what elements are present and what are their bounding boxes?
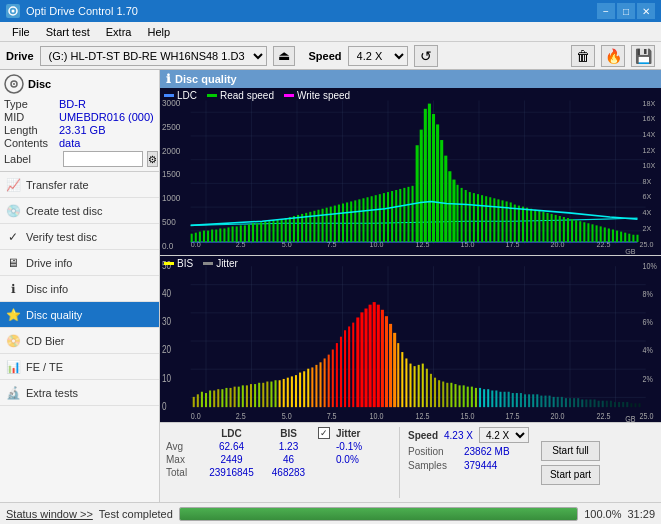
jitter-label: Jitter — [216, 258, 238, 269]
transfer-rate-icon: 📈 — [6, 178, 20, 192]
jitter-checkbox[interactable]: ✓ — [318, 427, 330, 439]
menu-help[interactable]: Help — [139, 25, 178, 39]
svg-rect-138 — [612, 230, 614, 242]
menu-file[interactable]: File — [4, 25, 38, 39]
svg-rect-264 — [577, 398, 579, 407]
maximize-button[interactable]: □ — [617, 3, 635, 19]
svg-rect-50 — [252, 223, 254, 242]
svg-text:10.0: 10.0 — [370, 410, 384, 420]
svg-rect-133 — [591, 224, 593, 242]
svg-rect-216 — [381, 309, 384, 406]
svg-rect-253 — [532, 394, 534, 407]
svg-rect-224 — [414, 366, 416, 407]
sidebar-item-create-test-disc[interactable]: 💿 Create test disc — [0, 198, 159, 224]
svg-rect-243 — [491, 390, 493, 407]
label-input[interactable] — [63, 151, 143, 167]
svg-rect-274 — [618, 402, 620, 407]
erase-button[interactable]: 🗑 — [571, 45, 595, 67]
menu-start-test[interactable]: Start test — [38, 25, 98, 39]
svg-rect-221 — [401, 352, 403, 407]
svg-rect-137 — [608, 228, 610, 242]
minimize-button[interactable]: − — [597, 3, 615, 19]
svg-rect-212 — [364, 308, 367, 407]
disc-length-row: Length 23.31 GB — [4, 124, 155, 136]
svg-text:22.5: 22.5 — [597, 410, 611, 420]
top-chart-svg: 0.0 500 1000 1500 2000 2500 3000 18X 16X… — [160, 88, 661, 255]
sidebar-item-disc-quality[interactable]: ⭐ Disc quality — [0, 302, 159, 328]
label-button[interactable]: ⚙ — [147, 151, 158, 167]
svg-text:8X: 8X — [643, 177, 652, 186]
progress-bar-background — [179, 507, 578, 521]
svg-rect-123 — [551, 214, 553, 242]
speed-row: Speed 4.23 X 4.2 X — [408, 427, 529, 443]
titlebar-controls: − □ ✕ — [597, 3, 655, 19]
status-window-button[interactable]: Status window >> — [6, 508, 93, 520]
chart-title-bar: ℹ Disc quality — [160, 70, 661, 88]
burn-button[interactable]: 🔥 — [601, 45, 625, 67]
svg-rect-208 — [348, 326, 350, 407]
total-label: Total — [166, 467, 202, 478]
sidebar-item-verify-test-disc[interactable]: ✓ Verify test disc — [0, 224, 159, 250]
bis-color — [164, 262, 174, 265]
svg-text:12X: 12X — [643, 145, 656, 154]
sidebar-item-transfer-rate[interactable]: 📈 Transfer rate — [0, 172, 159, 198]
svg-text:12.5: 12.5 — [416, 410, 430, 420]
svg-rect-85 — [395, 190, 397, 242]
svg-rect-78 — [367, 197, 369, 242]
start-part-button[interactable]: Start part — [541, 465, 600, 485]
svg-rect-106 — [481, 195, 483, 242]
sidebar-item-extra-tests[interactable]: 🔬 Extra tests — [0, 380, 159, 406]
read-speed-label: Read speed — [220, 90, 274, 101]
save-button[interactable]: 💾 — [631, 45, 655, 67]
svg-rect-246 — [504, 391, 506, 406]
svg-rect-58 — [285, 218, 287, 242]
disc-label-label: Label — [4, 153, 59, 165]
right-stats: Speed 4.23 X 4.2 X Position 23862 MB Sam… — [408, 427, 529, 498]
svg-text:0.0: 0.0 — [162, 242, 174, 251]
position-row: Position 23862 MB — [408, 446, 529, 457]
svg-rect-80 — [375, 195, 377, 242]
svg-rect-132 — [587, 223, 589, 242]
eject-button[interactable]: ⏏ — [273, 46, 295, 66]
svg-text:17.5: 17.5 — [506, 410, 520, 420]
sidebar-item-drive-info[interactable]: 🖥 Drive info — [0, 250, 159, 276]
start-full-button[interactable]: Start full — [541, 441, 600, 461]
close-button[interactable]: ✕ — [637, 3, 655, 19]
speed-select[interactable]: 4.2 X — [348, 46, 408, 66]
svg-rect-276 — [626, 402, 628, 407]
svg-rect-217 — [385, 316, 388, 407]
svg-rect-238 — [471, 386, 473, 406]
sidebar-item-fe-te[interactable]: 📊 FE / TE — [0, 354, 159, 380]
menu-extra[interactable]: Extra — [98, 25, 140, 39]
svg-text:4%: 4% — [643, 345, 653, 355]
svg-rect-270 — [602, 400, 604, 406]
svg-rect-97 — [444, 156, 447, 242]
cd-bier-icon: 📀 — [6, 334, 20, 348]
svg-rect-266 — [585, 399, 587, 407]
svg-rect-57 — [281, 219, 283, 242]
svg-rect-74 — [350, 201, 352, 242]
svg-rect-245 — [499, 391, 501, 406]
svg-rect-226 — [422, 363, 424, 407]
refresh-button[interactable]: ↺ — [414, 45, 438, 67]
main-area: Disc Type BD-R MID UMEBDR016 (000) Lengt… — [0, 70, 661, 502]
svg-text:25.0: 25.0 — [640, 240, 654, 249]
svg-rect-241 — [483, 389, 485, 407]
svg-rect-183 — [246, 385, 248, 407]
svg-rect-120 — [538, 211, 540, 242]
svg-rect-69 — [330, 207, 332, 242]
svg-rect-173 — [205, 393, 207, 407]
speed-select-stats[interactable]: 4.2 X — [479, 427, 529, 443]
status-percentage: 100.0% — [584, 508, 621, 520]
svg-rect-141 — [624, 233, 626, 242]
sidebar-item-cd-bier[interactable]: 📀 CD Bier — [0, 328, 159, 354]
svg-rect-234 — [454, 384, 456, 407]
avg-bis: 1.23 — [261, 441, 316, 452]
svg-rect-261 — [565, 398, 567, 407]
titlebar-left: Opti Drive Control 1.70 — [6, 4, 138, 18]
svg-text:7.5: 7.5 — [327, 410, 337, 420]
svg-rect-35 — [191, 234, 193, 242]
sidebar-item-disc-info[interactable]: ℹ Disc info — [0, 276, 159, 302]
drive-select[interactable]: (G:) HL-DT-ST BD-RE WH16NS48 1.D3 — [40, 46, 267, 66]
create-test-disc-icon: 💿 — [6, 204, 20, 218]
